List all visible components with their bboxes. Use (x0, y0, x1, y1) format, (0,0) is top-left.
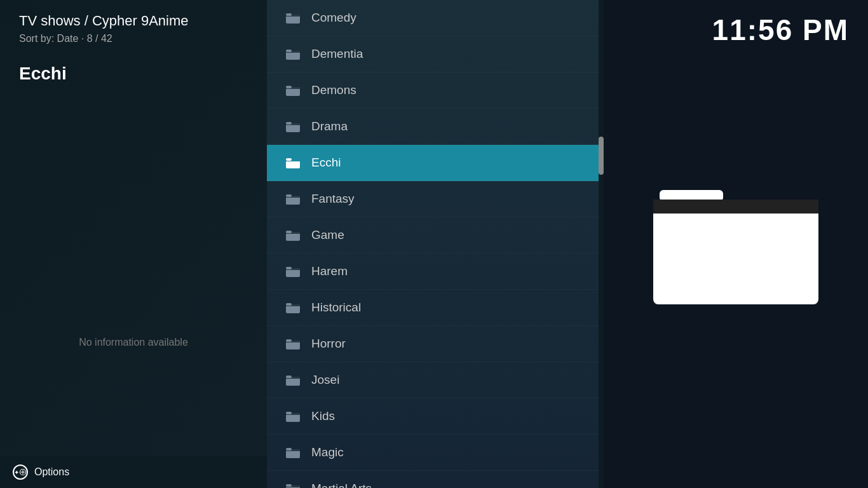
genre-list: Comedy Dementia Demons Drama Ecchi Fanta… (267, 0, 604, 488)
svg-rect-5 (286, 13, 292, 16)
sort-info: Sort by: Date · 8 / 42 (19, 33, 248, 44)
svg-rect-11 (286, 86, 292, 88)
svg-rect-48 (653, 200, 818, 214)
list-item-horror[interactable]: Horror (267, 326, 604, 362)
breadcrumb: TV shows / Cypher 9Anime (19, 13, 248, 29)
svg-rect-41 (286, 448, 292, 451)
item-label-dementia: Dementia (311, 47, 363, 61)
folder-icon (286, 121, 300, 132)
svg-rect-20 (286, 194, 292, 197)
right-panel (604, 0, 868, 488)
list-item-historical[interactable]: Historical (267, 290, 604, 326)
folder-icon (286, 48, 300, 60)
options-label: Options (34, 466, 69, 478)
clock: 11:56 PM (712, 13, 849, 47)
list-item-martial-arts[interactable]: Martial Arts (267, 471, 604, 488)
scrollbar[interactable] (599, 0, 604, 488)
svg-rect-29 (286, 303, 292, 306)
folder-icon-large (653, 177, 818, 311)
svg-rect-26 (286, 267, 292, 269)
item-label-harem: Harem (311, 264, 348, 278)
options-icon (13, 464, 28, 480)
list-item-demons[interactable]: Demons (267, 72, 604, 109)
folder-icon (286, 12, 300, 24)
folder-icon (286, 374, 300, 386)
item-label-demons: Demons (311, 83, 356, 97)
item-label-ecchi: Ecchi (311, 156, 341, 170)
selected-item-title: Ecchi (19, 64, 248, 84)
svg-rect-44 (286, 484, 292, 487)
folder-icon (286, 410, 300, 422)
list-item-dementia[interactable]: Dementia (267, 36, 604, 72)
svg-rect-8 (286, 50, 292, 52)
no-info-text: No information available (19, 337, 248, 475)
folder-icon (286, 447, 300, 458)
item-label-horror: Horror (311, 337, 346, 351)
folder-icon (286, 302, 300, 313)
item-label-drama: Drama (311, 119, 348, 133)
list-item-josei[interactable]: Josei (267, 362, 604, 398)
svg-rect-32 (286, 339, 292, 342)
item-label-game: Game (311, 228, 344, 242)
item-label-martial-arts: Martial Arts (311, 482, 372, 488)
options-bar[interactable]: Options (0, 456, 267, 488)
item-label-kids: Kids (311, 409, 335, 423)
scrollbar-thumb[interactable] (599, 137, 604, 175)
list-item-harem[interactable]: Harem (267, 254, 604, 290)
svg-rect-38 (286, 412, 292, 414)
folder-icon (286, 157, 300, 168)
list-item-kids[interactable]: Kids (267, 398, 604, 435)
item-label-josei: Josei (311, 373, 339, 387)
list-item-comedy[interactable]: Comedy (267, 0, 604, 36)
folder-icon (286, 85, 300, 96)
item-label-fantasy: Fantasy (311, 192, 355, 206)
svg-rect-17 (286, 158, 292, 161)
list-item-magic[interactable]: Magic (267, 435, 604, 471)
svg-rect-23 (286, 231, 292, 233)
left-panel: TV shows / Cypher 9Anime Sort by: Date ·… (0, 0, 267, 488)
list-item-fantasy[interactable]: Fantasy (267, 181, 604, 217)
folder-icon (286, 483, 300, 488)
list-panel: Comedy Dementia Demons Drama Ecchi Fanta… (267, 0, 604, 488)
svg-rect-46 (653, 200, 818, 304)
svg-rect-14 (286, 122, 292, 125)
folder-icon (286, 338, 300, 349)
folder-icon (286, 266, 300, 277)
item-label-comedy: Comedy (311, 11, 356, 25)
svg-rect-35 (286, 376, 292, 378)
item-label-magic: Magic (311, 445, 344, 459)
folder-icon (286, 229, 300, 241)
folder-icon (286, 193, 300, 205)
item-label-historical: Historical (311, 301, 361, 315)
list-item-ecchi[interactable]: Ecchi (267, 145, 604, 181)
list-item-drama[interactable]: Drama (267, 109, 604, 145)
list-item-game[interactable]: Game (267, 217, 604, 254)
